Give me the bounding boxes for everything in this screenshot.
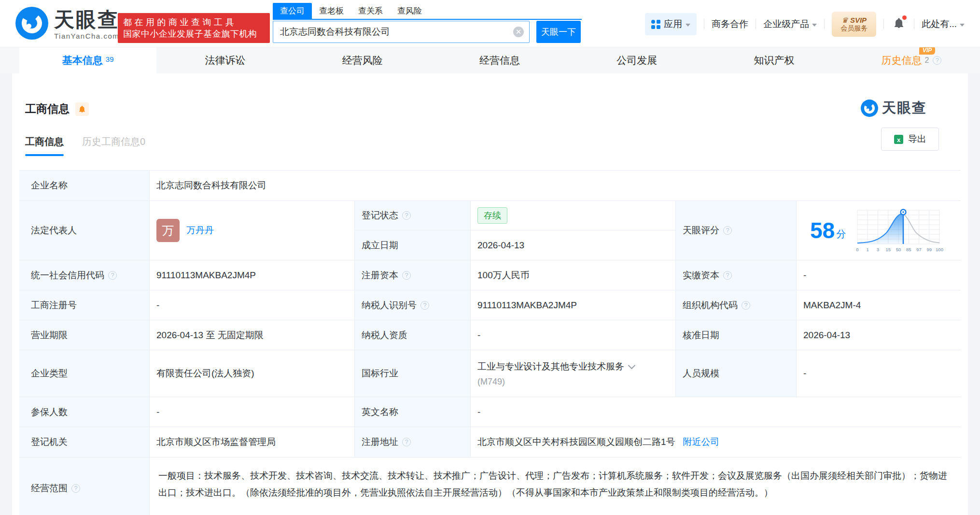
score-cell: 58 分 [797, 201, 961, 260]
svg-text:50: 50 [896, 247, 901, 252]
svg-text:85: 85 [906, 247, 911, 252]
establish-date-value: 2026-04-13 [471, 230, 676, 260]
logo-title: 天眼查 [54, 9, 119, 31]
help-icon[interactable]: ? [402, 271, 411, 280]
search-tab-boss[interactable]: 查老板 [312, 3, 351, 19]
menu-enterprise-label: 企业级产品 [763, 18, 809, 30]
help-icon[interactable]: ? [402, 438, 411, 446]
establish-date-label: 成立日期 [355, 230, 471, 260]
table-row: 法定代表人 万 万丹丹 登记状态 ? 存续 成立日期 2026-04-1 [19, 201, 961, 260]
chevron-down-icon [812, 24, 817, 27]
credit-code-label-cell: 统一社会信用代码? [19, 260, 150, 290]
tab-label: 历史信息 [881, 54, 922, 67]
notification-bell-icon[interactable] [893, 17, 905, 31]
svip-label: ♛ SVIP [841, 16, 867, 24]
help-icon[interactable]: ? [108, 271, 117, 280]
slogan-line1: 都在用的商业查询工具 [123, 16, 265, 28]
svg-text:1: 1 [867, 247, 869, 252]
table-row: 经营范围? 一般项目：技术服务、技术开发、技术咨询、技术交流、技术转让、技术推广… [19, 458, 961, 515]
score-unit: 分 [836, 228, 846, 241]
tab-history-info[interactable]: 历史信息 VIP 2 ? [843, 47, 980, 73]
score-value: 58 [810, 219, 835, 242]
reg-status-label-cell: 登记状态 ? [355, 201, 471, 230]
slogan-line2: 国家中小企业发展子基金旗下机构 [123, 28, 265, 40]
insured-label: 参保人数 [19, 397, 150, 427]
monitor-bell-icon[interactable] [75, 102, 89, 116]
reg-authority-label: 登记机关 [19, 427, 150, 457]
subtab-business-info[interactable]: 工商信息 [25, 135, 64, 156]
org-code-label-cell: 组织机构代码? [676, 290, 797, 320]
table-row: 营业期限 2026-04-13 至 无固定期限 纳税人资质 - 核准日期 202… [19, 320, 961, 350]
tab-operation-risk[interactable]: 经营风险 [294, 47, 431, 73]
legal-rep-avatar[interactable]: 万 [156, 219, 180, 242]
business-scope-value: 一般项目：技术服务、技术开发、技术咨询、技术交流、技术转让、技术推广；广告设计、… [150, 458, 961, 515]
help-icon[interactable]: ? [420, 301, 429, 310]
english-name-label: 英文名称 [355, 397, 471, 427]
taxpayer-id-label-cell: 纳税人识别号? [355, 290, 471, 320]
divider [704, 19, 704, 29]
legal-rep-name-link[interactable]: 万丹丹 [186, 224, 214, 237]
table-row: 统一社会信用代码? 91110113MAKBA2JM4P 注册资本? 100万人… [19, 260, 961, 290]
export-button[interactable]: x 导出 [881, 128, 939, 151]
score-distribution-chart: 0 1 3 15 50 85 97 99 100 [853, 206, 945, 255]
company-name-label: 企业名称 [19, 171, 150, 200]
apps-label: 应用 [664, 18, 682, 30]
excel-icon: x [894, 134, 904, 144]
legal-rep-cell: 万 万丹丹 [150, 201, 355, 260]
help-icon[interactable]: ? [933, 56, 941, 65]
insured-value: - [150, 397, 355, 427]
taxpayer-quality-value: - [471, 320, 676, 350]
tianyancha-logo[interactable]: 天眼查 TianYanCha.com [14, 6, 119, 43]
business-term-label: 营业期限 [19, 320, 150, 350]
search-input[interactable] [273, 21, 530, 43]
table-row: 参保人数 - 英文名称 - [19, 397, 961, 427]
divider [883, 19, 884, 29]
svip-member-button[interactable]: ♛ SVIP 会员服务 [832, 12, 876, 37]
tab-legal-litigation[interactable]: 法律诉讼 [156, 47, 294, 73]
search-type-tabs: 查公司 查老板 查关系 查风险 [273, 4, 582, 20]
tab-basic-info[interactable]: 基本信息 39 [19, 47, 156, 73]
help-icon[interactable]: ? [723, 226, 732, 235]
search-tab-risk[interactable]: 查风险 [390, 3, 429, 19]
help-icon[interactable]: ? [742, 301, 750, 310]
reg-address-cell: 北京市顺义区中关村科技园区顺义园顺创二路1号 附近公司 [471, 427, 961, 457]
export-label: 导出 [908, 133, 926, 145]
apps-menu[interactable]: 应用 [645, 13, 697, 35]
help-icon[interactable]: ? [71, 484, 80, 493]
english-name-value: - [471, 397, 961, 427]
svg-text:99: 99 [927, 247, 932, 252]
business-info-card: 工商信息 天眼查 工商信息 历史工商信息0 x 导出 企业名称 北京志同数合科技… [12, 73, 968, 515]
subtab-history-business-info[interactable]: 历史工商信息0 [82, 135, 145, 156]
staff-size-value: - [797, 350, 961, 397]
chevron-down-icon[interactable] [628, 361, 636, 369]
industry-code: (M749) [477, 377, 505, 387]
nearby-companies-link[interactable]: 附近公司 [683, 436, 720, 448]
company-name-value: 北京志同数合科技有限公司 [150, 171, 961, 200]
tab-label: 基本信息 [62, 54, 103, 67]
divider [914, 19, 914, 29]
search-button[interactable]: 天眼一下 [536, 21, 581, 43]
search-tab-relation[interactable]: 查关系 [351, 3, 390, 19]
svg-text:x: x [897, 136, 901, 143]
business-scope-label-cell: 经营范围? [19, 458, 150, 515]
table-row: 登记机关 北京市顺义区市场监督管理局 注册地址? 北京市顺义区中关村科技园区顺义… [19, 427, 961, 458]
svg-text:3: 3 [877, 247, 879, 252]
reg-capital-value: 100万人民币 [471, 260, 676, 290]
tab-company-development[interactable]: 公司发展 [568, 47, 705, 73]
menu-enterprise[interactable]: 企业级产品 [763, 18, 817, 30]
tab-intellectual-property[interactable]: 知识产权 [705, 47, 842, 73]
status-badge: 存续 [477, 207, 507, 224]
help-icon[interactable]: ? [723, 271, 732, 280]
user-menu-label: 此处有... [922, 18, 957, 30]
tab-operation-info[interactable]: 经营信息 [431, 47, 568, 73]
taxpayer-id-value: 91110113MAKBA2JM4P [471, 290, 676, 320]
user-menu[interactable]: 此处有... [922, 18, 965, 30]
menu-cooperation[interactable]: 商务合作 [712, 18, 748, 30]
table-row: 企业名称 北京志同数合科技有限公司 [19, 171, 961, 201]
clear-icon[interactable]: ✕ [513, 27, 524, 37]
table-row: 工商注册号 - 纳税人识别号? 91110113MAKBA2JM4P 组织机构代… [19, 290, 961, 320]
help-icon[interactable]: ? [402, 211, 411, 220]
company-type-value: 有限责任公司(法人独资) [150, 350, 355, 397]
search-tab-company[interactable]: 查公司 [273, 3, 312, 19]
industry-value: 工业与专业设计及其他专业技术服务 [477, 360, 624, 373]
